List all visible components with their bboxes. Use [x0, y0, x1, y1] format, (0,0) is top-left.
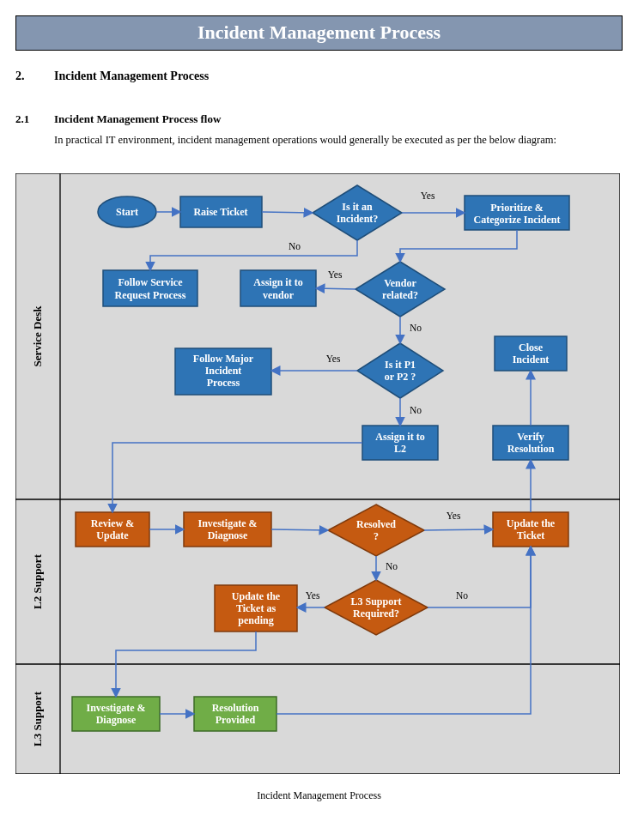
svg-text:Resolution: Resolution — [507, 443, 555, 455]
svg-text:vendor: vendor — [263, 289, 295, 301]
svg-line-49 — [262, 212, 313, 213]
svg-text:Investigate &: Investigate & — [198, 517, 258, 529]
svg-text:Update the: Update the — [507, 517, 556, 529]
svg-text:Update: Update — [96, 529, 129, 541]
subsection-number: 2.1 — [15, 112, 54, 126]
section-title: Incident Management Process — [54, 69, 209, 83]
svg-text:Provided: Provided — [216, 714, 256, 726]
svg-line-51 — [316, 288, 355, 289]
section-number: 2. — [15, 69, 54, 83]
edge-label: Yes — [326, 354, 341, 364]
svg-text:L3 Support: L3 Support — [350, 595, 401, 607]
svg-rect-0 — [15, 173, 620, 774]
edge-label: Yes — [306, 590, 320, 601]
svg-text:L2: L2 — [394, 443, 406, 455]
svg-text:Ticket as: Ticket as — [236, 602, 276, 614]
edge-label: No — [410, 405, 422, 415]
node-start-label: Start — [116, 206, 138, 218]
edge-label: No — [289, 241, 301, 251]
lane-service-desk: Service Desk — [31, 305, 44, 367]
svg-text:Categorize Incident: Categorize Incident — [474, 214, 561, 226]
svg-text:pending: pending — [238, 614, 273, 626]
edge-label: No — [410, 323, 422, 333]
svg-text:Investigate &: Investigate & — [87, 702, 146, 714]
svg-text:related?: related? — [382, 289, 418, 301]
svg-text:Prioritize &: Prioritize & — [490, 202, 544, 214]
svg-text:Is it P1: Is it P1 — [385, 359, 416, 371]
edge-label: Yes — [447, 511, 461, 521]
svg-text:Process: Process — [207, 377, 240, 389]
svg-line-57 — [424, 529, 493, 530]
svg-text:Request Process: Request Process — [115, 289, 186, 301]
section-heading-row: 2. Incident Management Process — [15, 69, 623, 83]
svg-text:Vendor: Vendor — [384, 277, 416, 289]
lane-l3-support: L3 Support — [31, 691, 44, 746]
edge-label: No — [456, 590, 468, 601]
svg-text:Assign it to: Assign it to — [375, 431, 424, 443]
page-footer: Incident Management Process — [15, 789, 623, 802]
edge-label: Yes — [421, 190, 435, 201]
svg-text:Resolution: Resolution — [212, 702, 259, 714]
svg-text:Required?: Required? — [353, 607, 399, 619]
svg-text:Verify: Verify — [517, 431, 544, 443]
lane-l2-support: L2 Support — [31, 553, 44, 609]
svg-text:Incident: Incident — [205, 365, 242, 377]
svg-text:or P2 ?: or P2 ? — [385, 371, 416, 383]
node-raise-ticket-label: Raise Ticket — [193, 206, 247, 218]
svg-text:Close: Close — [519, 341, 544, 354]
svg-text:Is it an: Is it an — [342, 201, 373, 213]
svg-text:Diagnose: Diagnose — [96, 714, 137, 726]
svg-text:Update the: Update the — [232, 590, 281, 602]
page-title-banner: Incident Management Process — [15, 15, 623, 51]
svg-text:Diagnose: Diagnose — [208, 529, 248, 541]
subsection-title: Incident Management Process flow — [54, 112, 221, 126]
svg-text:Ticket: Ticket — [517, 529, 544, 541]
edge-label: Yes — [328, 269, 343, 280]
flowchart-diagram: Service Desk L2 Support L3 Support Start… — [15, 173, 623, 777]
svg-line-56 — [271, 529, 328, 530]
svg-text:Follow Major: Follow Major — [193, 353, 254, 365]
subsection-heading-row: 2.1 Incident Management Process flow — [15, 112, 623, 126]
svg-text:Incident: Incident — [513, 354, 550, 366]
svg-text:Follow Service: Follow Service — [118, 276, 184, 288]
svg-text:Resolved: Resolved — [356, 518, 396, 530]
svg-text:Incident?: Incident? — [337, 213, 379, 225]
edge-label: No — [386, 561, 398, 571]
svg-text:Review &: Review & — [91, 517, 134, 529]
body-paragraph: In practical IT environment, incident ma… — [54, 133, 586, 148]
svg-text:?: ? — [374, 530, 379, 542]
svg-text:Assign it to: Assign it to — [253, 276, 302, 288]
